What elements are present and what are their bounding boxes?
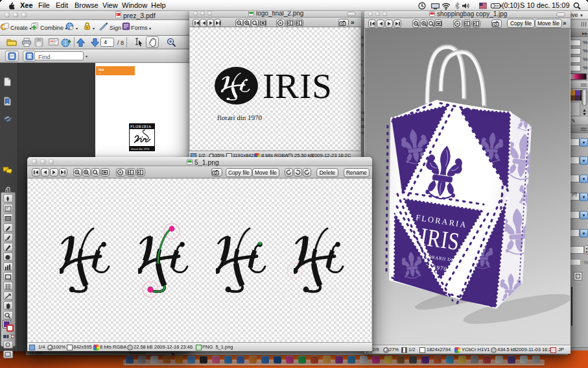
- svg-text:IRIS: IRIS: [419, 223, 462, 255]
- svg-text:P: P: [117, 13, 119, 16]
